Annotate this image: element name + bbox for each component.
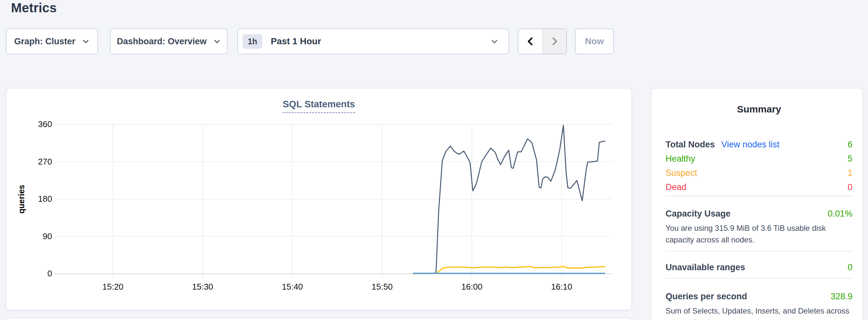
total-nodes-value: 6 xyxy=(848,139,852,150)
capacity-usage-label: Capacity Usage xyxy=(665,208,731,219)
y-tick-label: 0 xyxy=(6,268,52,279)
divider xyxy=(665,196,852,196)
queries-per-second-description: Sum of Selects, Updates, Inserts, and De… xyxy=(665,305,852,320)
healthy-label: Healthy xyxy=(665,153,695,164)
x-tick-label: 15:20 xyxy=(90,282,135,292)
y-tick-label: 90 xyxy=(6,231,52,242)
chevron-left-icon xyxy=(525,36,536,47)
dead-value: 0 xyxy=(848,182,852,193)
dashboard-selector-label: Dashboard: Overview xyxy=(117,36,207,46)
next-time-button[interactable] xyxy=(542,29,566,54)
x-tick-label: 15:30 xyxy=(180,282,225,292)
capacity-usage-row: Capacity Usage 0.01% xyxy=(665,208,852,219)
previous-time-button[interactable] xyxy=(518,29,542,54)
total-nodes-row: Total Nodes View nodes list 6 xyxy=(665,139,852,150)
time-step-buttons xyxy=(518,28,567,54)
unavailable-ranges-label: Unavailable ranges xyxy=(665,262,745,273)
chevron-down-icon xyxy=(213,37,221,45)
view-nodes-list-link[interactable]: View nodes list xyxy=(721,139,780,150)
now-button[interactable]: Now xyxy=(575,28,614,54)
next-chart-panel-edge xyxy=(6,318,632,320)
queries-per-second-label: Queries per second xyxy=(665,291,747,302)
page-title: Metrics xyxy=(11,1,57,15)
chart-title-link[interactable]: SQL Statements xyxy=(283,99,355,113)
unavailable-ranges-value: 0 xyxy=(848,262,852,273)
chevron-right-icon xyxy=(549,36,560,47)
chart-plot xyxy=(57,124,612,274)
suspect-value: 1 xyxy=(848,167,852,179)
x-tick-label: 15:50 xyxy=(360,282,405,292)
queries-per-second-value: 328.9 xyxy=(831,291,852,302)
dead-label: Dead xyxy=(665,182,687,193)
dashboard-selector-dropdown[interactable]: Dashboard: Overview xyxy=(110,28,228,54)
suspect-nodes-row: Suspect 1 xyxy=(665,167,852,179)
chart-title-wrap: SQL Statements xyxy=(6,99,631,113)
divider xyxy=(665,278,852,279)
x-tick-label: 16:00 xyxy=(449,282,494,292)
y-tick-label: 180 xyxy=(6,194,52,204)
toolbar: Graph: Cluster Dashboard: Overview 1h Pa… xyxy=(6,28,614,54)
queries-per-second-row: Queries per second 328.9 xyxy=(665,291,852,302)
y-tick-label: 270 xyxy=(6,157,52,167)
x-tick-label: 15:40 xyxy=(270,282,315,292)
summary-title: Summary xyxy=(665,103,852,115)
now-button-label: Now xyxy=(585,36,604,46)
time-window-selector[interactable]: 1h Past 1 Hour xyxy=(237,28,509,54)
chevron-down-icon xyxy=(490,37,499,45)
x-tick-label: 16:10 xyxy=(539,282,584,292)
time-window-label: Past 1 Hour xyxy=(271,36,321,46)
y-tick-label: 360 xyxy=(6,119,52,129)
chevron-down-icon xyxy=(82,37,90,45)
capacity-usage-value: 0.01% xyxy=(828,208,852,219)
suspect-label: Suspect xyxy=(665,167,697,179)
unavailable-ranges-row: Unavailable ranges 0 xyxy=(665,262,852,273)
chart-body: SQL Statements queries 09018027036015:20… xyxy=(6,89,631,310)
healthy-nodes-row: Healthy 5 xyxy=(665,153,852,164)
healthy-value: 5 xyxy=(848,153,852,164)
divider xyxy=(665,251,852,252)
dead-nodes-row: Dead 0 xyxy=(665,182,852,193)
metrics-page: Metrics Graph: Cluster Dashboard: Overvi… xyxy=(0,0,868,320)
series-yellow-line xyxy=(414,266,605,274)
capacity-usage-description: You are using 315.9 MiB of 3.6 TiB usabl… xyxy=(665,222,852,246)
time-window-badge: 1h xyxy=(243,34,262,49)
sql-statements-chart-panel: SQL Statements queries 09018027036015:20… xyxy=(6,88,632,310)
graph-selector-label: Graph: Cluster xyxy=(14,36,75,46)
graph-selector-dropdown[interactable]: Graph: Cluster xyxy=(6,28,98,54)
summary-panel: Summary Total Nodes View nodes list 6 He… xyxy=(651,88,863,320)
total-nodes-label: Total Nodes xyxy=(665,139,715,150)
